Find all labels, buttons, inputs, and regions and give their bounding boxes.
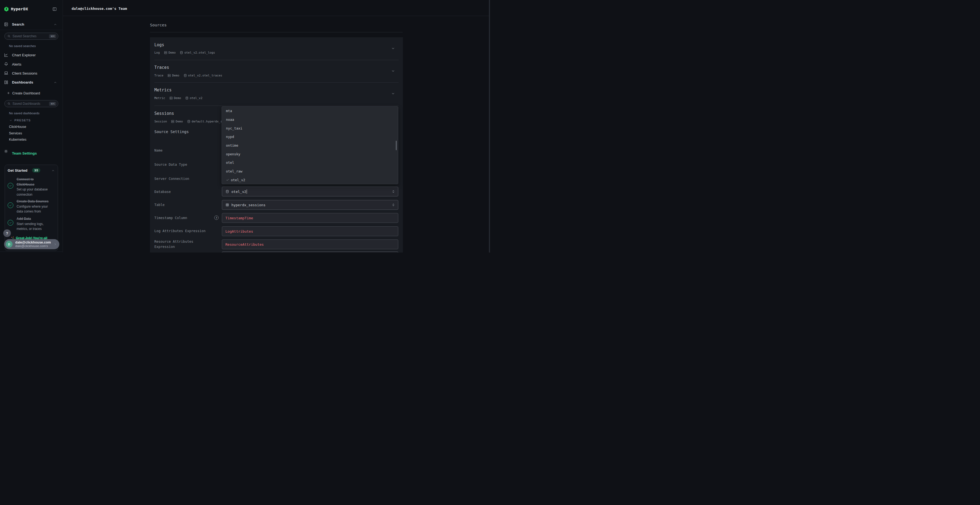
sidebar-section-search[interactable]: Search [12,22,24,26]
dropdown-option[interactable]: nypd [222,132,398,141]
collapse-sidebar-icon[interactable] [52,7,57,11]
sidebar-divider [0,30,63,30]
source-meta: Log Demo otel_v2.otel_logs [154,51,215,54]
get-started-item[interactable]: Create Data Sources Configure where your… [17,199,48,214]
resource-attributes-input[interactable]: ResourceAttributes [222,240,398,249]
preset-services[interactable]: Services [9,132,22,135]
user-org: dale@clickhouse.com's [15,245,51,248]
saved-searches-input[interactable] [13,34,49,38]
connection-name: Demo [169,51,176,54]
dropdown-option[interactable]: mta [222,106,398,115]
source-meta: Metric Demo otel_v2 [154,96,202,100]
search-section-icon [4,22,8,27]
no-saved-searches-note: No saved searches [9,44,36,48]
get-started-progress-badge: 3/3 [32,168,40,173]
dropdown-option[interactable]: opensky [222,150,398,158]
user-email: dale@clickhouse.com [15,241,51,245]
page-title: dale@clickhouse.com's Team [72,6,127,11]
table-name: otel_v2 [190,96,202,100]
table-value: hyperdx_sessions [231,203,266,207]
log-attributes-label: Log Attributes Expression [154,229,205,233]
user-menu[interactable]: D dale@clickhouse.com dale@clickhouse.co… [4,239,59,249]
help-icon[interactable]: ? [214,216,219,220]
source-settings-heading: Source Settings [154,130,189,134]
laptop-icon [4,71,8,75]
sources-panel: Logs Log Demo otel_v2.otel_logs Traces T… [150,37,403,252]
source-section-traces[interactable]: Traces [154,65,169,70]
expand-chevron-down-icon[interactable] [391,92,395,95]
team-settings-link[interactable]: Team Settings [12,151,37,156]
expand-chevron-down-icon[interactable] [391,46,395,50]
table-name: otel_v2.otel_traces [188,74,223,77]
get-started-item[interactable]: Add Data Start sending logs, metrics, or… [17,216,43,232]
dropdown-option-selected[interactable]: otel_v2 [222,176,398,184]
dropdown-option[interactable]: otel [222,158,398,167]
connection-name: Demo [176,120,183,123]
sidebar-item-dashboards[interactable]: Dashboards [12,80,33,84]
log-attributes-input[interactable]: LogAttributes [222,226,398,236]
table-select[interactable]: hyperdx_sessions [222,200,398,210]
source-section-sessions[interactable]: Sessions [154,111,174,116]
dropdown-option[interactable]: otel_raw [222,167,398,176]
step-title-line: Create Data Sources [17,199,48,204]
sidebar-item-chart-explorer[interactable]: Chart Explorer [12,53,36,57]
source-meta: Trace Demo otel_v2.otel_traces [154,74,222,77]
page-scrollbar[interactable] [489,0,490,252]
search-icon [7,35,11,38]
chart-line-icon [4,53,8,57]
bell-icon [4,62,8,67]
step-desc-line: Configure where your [17,204,48,209]
brand-wordmark: HyperDX [11,7,28,11]
get-started-item[interactable]: Connect to ClickHouse Set up your databa… [17,177,48,197]
server-icon [169,96,173,100]
saved-dashboards-input[interactable] [13,102,49,106]
search-collapse-chevron-up-icon[interactable] [54,23,57,26]
sources-heading: Sources [150,23,167,27]
source-section-logs[interactable]: Logs [154,43,164,48]
preset-kubernetes[interactable]: Kubernetes [9,138,26,141]
sidebar-item-client-sessions[interactable]: Client Sessions [12,71,37,75]
server-icon [167,74,171,77]
dropdown-option[interactable]: nyc_taxi [222,124,398,132]
sources-divider [150,32,402,32]
dropdown-option[interactable]: noaa [222,115,398,124]
sidebar-item-alerts[interactable]: Alerts [12,62,22,67]
source-type: Session [154,120,167,123]
source-meta: Session Demo default.hyperdx_s [154,120,222,123]
database-select[interactable]: otel_v2 [222,187,398,197]
help-button[interactable]: ? [3,229,11,237]
step-desc-line: data comes from [17,209,48,214]
step-desc-line: connection [17,192,48,197]
database-dropdown: mta noaa nyc_taxi nypd ontime opensky ot… [221,106,398,184]
preset-clickhouse[interactable]: ClickHouse [9,125,26,129]
dropdown-scrollbar[interactable] [396,141,397,150]
presets-header[interactable]: PRESETS [14,119,31,122]
saved-searches-search[interactable]: ⌘K [4,33,58,40]
resource-attributes-value: ResourceAttributes [225,243,264,246]
name-label: Name [154,148,162,152]
plus-icon [7,91,10,95]
avatar: D [6,241,13,248]
select-updown-icon [391,203,395,207]
presets-chevron-down-icon[interactable] [9,119,12,122]
database-value: otel_v2 [231,190,247,194]
table-name: otel_v2.otel_logs [184,51,215,54]
search-icon [7,102,11,105]
get-started-collapse-chevron-up-icon[interactable] [51,169,55,172]
dashboards-collapse-chevron-up-icon[interactable] [54,81,57,84]
connection-name: Demo [174,96,181,100]
source-type: Trace [154,74,163,77]
database-label: Database [154,190,171,194]
next-input-partial[interactable] [222,251,398,252]
log-attributes-value: LogAttributes [225,229,253,233]
saved-dashboards-search[interactable]: ⌘K [4,100,58,107]
timestamp-column-input[interactable]: TimestampTime [222,213,398,223]
create-dashboard-button[interactable]: Create Dashboard [12,91,40,95]
source-section-metrics[interactable]: Metrics [154,87,172,92]
check-circle-icon [8,220,13,226]
dropdown-option[interactable]: ontime [222,141,398,150]
expand-chevron-down-icon[interactable] [391,69,395,73]
dashboards-layout-icon [4,80,8,85]
check-circle-icon [8,202,13,208]
shortcut-badge: ⌘K [49,102,56,106]
